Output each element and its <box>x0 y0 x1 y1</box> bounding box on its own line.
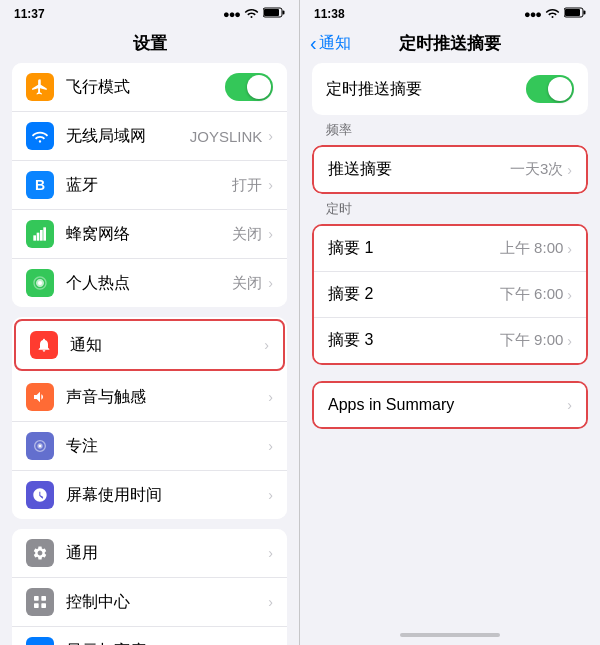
push-summary-item[interactable]: 推送摘要 一天3次 › <box>312 145 588 194</box>
home-bar <box>400 633 500 637</box>
right-page-title: 定时推送摘要 <box>399 32 501 55</box>
back-chevron-icon: ‹ <box>310 32 317 55</box>
settings-item-screen-time[interactable]: 屏幕使用时间 › <box>12 471 287 519</box>
push-summary-chevron: › <box>567 162 572 178</box>
notifications-label: 通知 <box>70 335 264 356</box>
apps-in-summary-chevron: › <box>567 397 572 413</box>
bluetooth-icon: B <box>26 171 54 199</box>
svg-rect-9 <box>41 596 46 601</box>
wifi-value: JOYSLINK <box>190 128 263 145</box>
sound-chevron: › <box>268 389 273 405</box>
wifi-chevron: › <box>268 128 273 144</box>
cellular-label: 蜂窝网络 <box>66 224 232 245</box>
svg-rect-5 <box>40 230 43 241</box>
right-home-indicator <box>300 625 600 645</box>
summary-3-label: 摘要 3 <box>328 330 500 351</box>
back-button[interactable]: ‹ 通知 <box>310 32 351 55</box>
svg-rect-11 <box>41 603 46 608</box>
cellular-chevron: › <box>268 226 273 242</box>
battery-icon <box>263 7 285 21</box>
svg-rect-15 <box>565 9 580 16</box>
summary-2-label: 摘要 2 <box>328 284 500 305</box>
notifications-chevron: › <box>264 337 269 353</box>
settings-item-sound[interactable]: 声音与触感 › <box>12 373 287 422</box>
summary-3-chevron: › <box>567 333 572 349</box>
right-group-2: 推送摘要 一天3次 › <box>312 145 588 194</box>
hotspot-icon <box>26 269 54 297</box>
control-center-chevron: › <box>268 594 273 610</box>
apps-in-summary-label: Apps in Summary <box>328 396 567 414</box>
screen-time-icon <box>26 481 54 509</box>
control-center-label: 控制中心 <box>66 592 268 613</box>
bluetooth-chevron: › <box>268 177 273 193</box>
scheduled-summary-toggle[interactable] <box>526 75 574 103</box>
right-wifi-icon <box>545 7 560 21</box>
summary-2-chevron: › <box>567 287 572 303</box>
svg-rect-3 <box>33 235 36 240</box>
bluetooth-label: 蓝牙 <box>66 175 232 196</box>
left-panel: 11:37 ●●● 设置 飞行模式 <box>0 0 300 645</box>
display-icon: AA <box>26 637 54 645</box>
settings-item-cellular[interactable]: 蜂窝网络 关闭 › <box>12 210 287 259</box>
right-time: 11:38 <box>314 7 345 21</box>
settings-item-hotspot[interactable]: 个人热点 关闭 › <box>12 259 287 307</box>
right-status-icons: ●●● <box>524 7 586 21</box>
display-label: 显示与亮度 <box>66 641 268 646</box>
sound-icon <box>26 383 54 411</box>
settings-item-general[interactable]: 通用 › <box>12 529 287 578</box>
general-label: 通用 <box>66 543 268 564</box>
settings-group-3: 通用 › 控制中心 › AA 显示与亮度 › <box>12 529 287 645</box>
left-settings-list: 飞行模式 无线局域网 JOYSLINK › B 蓝牙 打开 › <box>0 63 299 645</box>
left-status-bar: 11:37 ●●● <box>0 0 299 28</box>
hotspot-chevron: › <box>268 275 273 291</box>
airplane-label: 飞行模式 <box>66 77 225 98</box>
svg-rect-10 <box>34 603 39 608</box>
cellular-icon <box>26 220 54 248</box>
summary-3-item[interactable]: 摘要 3 下午 9:00 › <box>314 318 586 363</box>
svg-rect-14 <box>584 11 586 15</box>
scheduled-summary-label: 定时推送摘要 <box>326 79 526 100</box>
right-battery-icon <box>564 7 586 21</box>
settings-item-focus[interactable]: 专注 › <box>12 422 287 471</box>
signal-icon: ●●● <box>223 8 240 20</box>
airplane-toggle[interactable] <box>225 73 273 101</box>
summary-1-item[interactable]: 摘要 1 上午 8:00 › <box>314 226 586 272</box>
settings-item-display[interactable]: AA 显示与亮度 › <box>12 627 287 645</box>
svg-rect-1 <box>283 11 285 15</box>
general-chevron: › <box>268 545 273 561</box>
notifications-icon <box>30 331 58 359</box>
svg-rect-6 <box>43 227 46 240</box>
settings-item-notifications[interactable]: 通知 › <box>14 319 285 371</box>
summary-1-value: 上午 8:00 <box>500 239 563 258</box>
settings-item-bluetooth[interactable]: B 蓝牙 打开 › <box>12 161 287 210</box>
right-group-1: 定时推送摘要 <box>312 63 588 115</box>
left-status-icons: ●●● <box>223 7 285 21</box>
summary-1-chevron: › <box>567 241 572 257</box>
right-signal-icon: ●●● <box>524 8 541 20</box>
airplane-icon <box>26 73 54 101</box>
control-center-icon <box>26 588 54 616</box>
right-group-3: 摘要 1 上午 8:00 › 摘要 2 下午 6:00 › 摘要 3 下午 9:… <box>312 224 588 365</box>
summary-1-label: 摘要 1 <box>328 238 500 259</box>
svg-rect-2 <box>264 9 279 16</box>
left-time: 11:37 <box>14 7 45 21</box>
freq-header: 频率 <box>312 121 588 145</box>
settings-item-airplane[interactable]: 飞行模式 <box>12 63 287 112</box>
back-label: 通知 <box>319 33 351 54</box>
focus-icon <box>26 432 54 460</box>
summary-2-item[interactable]: 摘要 2 下午 6:00 › <box>314 272 586 318</box>
hotspot-value: 关闭 <box>232 274 262 293</box>
settings-item-wifi[interactable]: 无线局域网 JOYSLINK › <box>12 112 287 161</box>
wifi-icon <box>244 7 259 21</box>
settings-item-control-center[interactable]: 控制中心 › <box>12 578 287 627</box>
apps-in-summary-item[interactable]: Apps in Summary › <box>314 383 586 427</box>
general-icon <box>26 539 54 567</box>
screen-time-label: 屏幕使用时间 <box>66 485 268 506</box>
push-summary-label: 推送摘要 <box>328 159 510 180</box>
scheduled-summary-item[interactable]: 定时推送摘要 <box>312 63 588 115</box>
left-page-title: 设置 <box>0 28 299 63</box>
right-nav-bar: ‹ 通知 定时推送摘要 <box>300 28 600 63</box>
right-content: 定时推送摘要 频率 推送摘要 一天3次 › 定时 摘要 1 上午 8:00 › … <box>300 63 600 625</box>
settings-group-2: 通知 › 声音与触感 › 专注 › <box>12 317 287 519</box>
hotspot-label: 个人热点 <box>66 273 232 294</box>
